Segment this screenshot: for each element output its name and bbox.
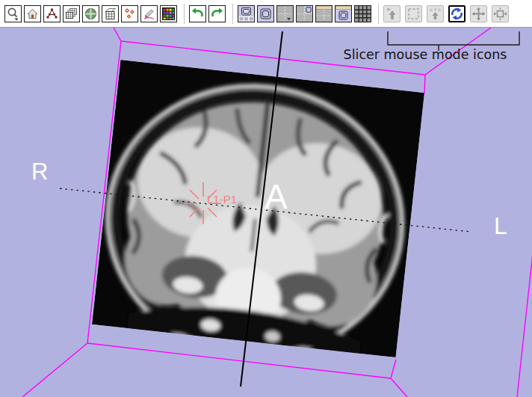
undo-arrow-glyph <box>191 7 205 21</box>
layout-red-slice-icon[interactable] <box>315 5 332 22</box>
layout-glyph <box>238 6 254 22</box>
hierarchy-glyph <box>45 7 59 21</box>
select-box-glyph <box>406 7 421 21</box>
layout-3d-corner-icon[interactable] <box>296 5 313 22</box>
module-hierarchy-icon[interactable] <box>43 5 61 22</box>
color-grid-glyph <box>161 7 176 21</box>
layout-glyph <box>297 6 312 22</box>
place-point-mode-icon[interactable] <box>383 5 400 22</box>
brain-mri-rendering <box>92 60 424 357</box>
diamonds-glyph <box>123 7 137 21</box>
rotate-arrows-glyph <box>450 7 464 21</box>
redo-arrow-glyph <box>210 7 224 21</box>
layout-glyph <box>258 6 273 22</box>
callout-label: Slicer mouse mode icons <box>333 47 517 62</box>
main-toolbar <box>0 0 532 28</box>
layout-tabbed-3d-icon[interactable] <box>335 5 352 22</box>
home-icon[interactable] <box>24 5 41 22</box>
zoom-tool-icon[interactable] <box>4 5 22 22</box>
color-table-icon[interactable] <box>160 5 177 22</box>
layout-conventional-icon[interactable] <box>238 5 255 22</box>
sphere-glyph <box>84 7 98 21</box>
pan-mode-icon[interactable] <box>470 5 487 22</box>
pencil-glyph <box>142 7 156 21</box>
toolbar-separator <box>378 4 379 24</box>
slice-stack-icon[interactable] <box>63 5 80 22</box>
callout-bracket <box>388 31 519 51</box>
layout-glyph <box>335 6 351 22</box>
undo-icon[interactable] <box>189 5 206 22</box>
magnifier-glyph <box>6 7 20 21</box>
redo-icon[interactable] <box>208 5 226 22</box>
layout-glyph <box>316 6 332 22</box>
volume-sphere-icon[interactable] <box>82 5 99 22</box>
layout-glyph <box>355 6 371 22</box>
orientation-label-left: L <box>494 214 507 238</box>
rotate-mode-icon[interactable] <box>448 5 466 22</box>
place-point-glyph <box>385 7 399 21</box>
layout-spreadsheet-icon[interactable] <box>354 5 371 22</box>
measure-pencil-icon[interactable] <box>140 5 158 22</box>
place-multiple-points-mode-icon[interactable] <box>427 5 444 22</box>
stack-glyph <box>64 7 78 21</box>
place-multiple-glyph <box>428 7 442 21</box>
grid-sheets-glyph <box>103 7 117 21</box>
brain-mri-slice <box>92 60 424 357</box>
rubber-band-select-mode-icon[interactable] <box>405 5 422 22</box>
orientation-label-right: R <box>31 160 48 183</box>
zoom-fit-mode-icon[interactable] <box>492 5 509 22</box>
3d-viewport[interactable]: R A L L1-P1 Slicer mouse mode icons <box>0 28 532 397</box>
layout-glyph <box>277 6 293 22</box>
house-glyph <box>25 7 40 21</box>
volume-grid-icon[interactable] <box>102 5 119 22</box>
fiducials-icon[interactable] <box>121 5 138 22</box>
toolbar-separator <box>184 4 185 24</box>
toolbar-separator <box>232 4 233 24</box>
fit-view-glyph <box>493 7 507 21</box>
layout-3d-only-icon[interactable] <box>257 5 274 22</box>
layout-four-up-icon[interactable] <box>276 5 294 22</box>
pan-arrows-glyph <box>471 7 486 21</box>
